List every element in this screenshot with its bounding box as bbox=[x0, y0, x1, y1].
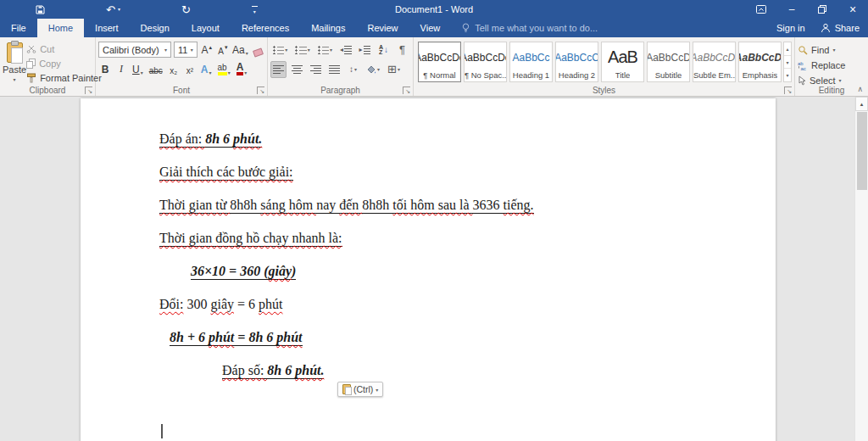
line-spacing-button[interactable]: ↕▾ bbox=[345, 61, 361, 78]
decrease-indent-button[interactable]: ◂ bbox=[337, 42, 353, 59]
customize-qat-button[interactable]: ▾ bbox=[252, 6, 258, 14]
shrink-font-button[interactable]: A▾ bbox=[216, 42, 230, 59]
tab-mailings[interactable]: Mailings bbox=[300, 19, 356, 37]
align-left-button[interactable] bbox=[270, 61, 287, 78]
font-family-value: Calibri (Body) bbox=[103, 45, 159, 55]
underline-dropdown-icon[interactable]: ▾ bbox=[141, 70, 143, 75]
multilevel-list-button[interactable]: ▾ bbox=[315, 42, 335, 59]
tab-layout[interactable]: Layout bbox=[181, 19, 231, 37]
styles-dialog-launcher[interactable]: ↘ bbox=[784, 87, 792, 94]
style-subtitle[interactable]: AaBbCcDSubtitle bbox=[647, 42, 690, 82]
tab-home[interactable]: Home bbox=[37, 19, 84, 37]
superscript-button[interactable]: x² bbox=[183, 61, 197, 78]
svg-text:ac: ac bbox=[801, 66, 806, 70]
undo-button[interactable]: ↶ ▾ bbox=[106, 4, 120, 15]
copy-button[interactable]: Copy bbox=[26, 58, 102, 70]
cut-button[interactable]: Cut bbox=[26, 43, 102, 55]
replace-button[interactable]: abac Replace bbox=[798, 59, 865, 71]
share-button[interactable]: Share bbox=[821, 23, 860, 33]
format-painter-button[interactable]: Format Painter bbox=[26, 72, 102, 84]
grow-font-arrow-icon: ▴ bbox=[209, 44, 213, 51]
redo-button[interactable]: ↻ bbox=[181, 4, 191, 15]
numbering-dropdown-icon[interactable]: ▾ bbox=[308, 47, 310, 53]
bullets-button[interactable]: ▾ bbox=[270, 42, 290, 59]
paste-options-button[interactable]: (Ctrl) ▾ bbox=[337, 382, 383, 397]
styles-group-label: Styles bbox=[414, 86, 794, 95]
style-title[interactable]: AaBTitle bbox=[601, 42, 644, 82]
tab-view[interactable]: View bbox=[409, 19, 452, 37]
tab-design[interactable]: Design bbox=[130, 19, 181, 37]
font-row-1: Calibri (Body) ▾ 11 ▾ A▴ A▾ Aa▾ bbox=[98, 40, 264, 59]
document-page[interactable]: Đáp án: 8h 6 phút.Giải thích các bước gi… bbox=[81, 98, 776, 441]
style-heading-2[interactable]: AaBbCcCHeading 2 bbox=[555, 42, 598, 82]
sort-z-glyph: Z bbox=[379, 50, 383, 55]
clear-formatting-button[interactable] bbox=[251, 42, 264, 59]
undo-dropdown-icon[interactable]: ▾ bbox=[118, 7, 120, 12]
scrollbar-up-button[interactable]: ▴ bbox=[855, 97, 868, 111]
text-highlight-dropdown-icon[interactable]: ▾ bbox=[228, 70, 231, 75]
tab-row-spacer bbox=[608, 19, 776, 37]
tab-review[interactable]: Review bbox=[357, 19, 409, 37]
clipboard-dialog-launcher[interactable]: ↘ bbox=[85, 87, 92, 94]
scrollbar-thumb[interactable] bbox=[857, 112, 867, 190]
text-highlight-button[interactable]: ab▾ bbox=[216, 61, 232, 78]
underline-button[interactable]: U▾ bbox=[131, 61, 145, 78]
strikethrough-button[interactable]: abc bbox=[147, 61, 164, 78]
subscript-button[interactable]: x₂ bbox=[167, 61, 181, 78]
multilevel-dropdown-icon[interactable]: ▾ bbox=[330, 47, 332, 53]
shading-dropdown-icon[interactable]: ▾ bbox=[377, 66, 380, 72]
increase-indent-button[interactable]: ▸ bbox=[357, 42, 373, 59]
font-color-dropdown-icon[interactable]: ▾ bbox=[244, 70, 247, 75]
text-segment: giây bbox=[210, 297, 234, 311]
collapse-ribbon-button[interactable]: ∧ bbox=[857, 85, 863, 93]
vertical-scrollbar[interactable]: ▴ bbox=[854, 97, 868, 441]
font-color-button[interactable]: A▾ bbox=[235, 61, 249, 78]
style-subtle-em-[interactable]: AaBbCcDtSubtle Em... bbox=[693, 42, 736, 82]
paste-dropdown-icon[interactable]: ▾ bbox=[14, 76, 16, 82]
tell-me-box[interactable]: Tell me what you want to do... bbox=[451, 19, 608, 37]
bullets-dropdown-icon[interactable]: ▾ bbox=[285, 47, 287, 53]
style--no-spac-[interactable]: AaBbCcDc¶ No Spac... bbox=[464, 42, 507, 82]
text-effects-button[interactable]: A▾ bbox=[199, 61, 214, 78]
font-family-combobox[interactable]: Calibri (Body) ▾ bbox=[98, 42, 171, 58]
tab-references[interactable]: References bbox=[231, 19, 300, 37]
style-emphasis[interactable]: AaBbCcDtEmphasis bbox=[738, 42, 782, 82]
sign-in-button[interactable]: Sign in bbox=[776, 23, 805, 33]
tab-file[interactable]: File bbox=[0, 19, 37, 37]
close-button[interactable]: × bbox=[837, 0, 868, 19]
align-right-button[interactable] bbox=[308, 61, 324, 78]
paragraph-dialog-launcher[interactable]: ↘ bbox=[403, 87, 410, 94]
grow-font-button[interactable]: A▴ bbox=[200, 42, 214, 59]
sort-button[interactable]: AZ ↓ bbox=[376, 42, 392, 59]
save-button[interactable] bbox=[36, 5, 45, 14]
restore-button[interactable] bbox=[807, 0, 837, 19]
tab-insert[interactable]: Insert bbox=[84, 19, 130, 37]
borders-dropdown-icon[interactable]: ▾ bbox=[398, 66, 400, 72]
styles-scroll-down-button[interactable]: ▾ bbox=[784, 56, 791, 70]
justify-button[interactable] bbox=[326, 61, 342, 78]
ribbon-display-options-button[interactable] bbox=[746, 0, 776, 19]
select-button[interactable]: Select ▾ bbox=[798, 74, 865, 87]
select-dropdown-icon[interactable]: ▾ bbox=[839, 77, 842, 83]
font-size-combobox[interactable]: 11 ▾ bbox=[174, 42, 198, 58]
italic-button[interactable]: I bbox=[114, 61, 128, 78]
style-sample: AaB bbox=[608, 44, 637, 70]
align-center-button[interactable] bbox=[289, 61, 305, 78]
shading-button[interactable]: ▾ bbox=[364, 61, 382, 78]
find-button[interactable]: Find ▾ bbox=[798, 43, 865, 56]
show-hide-marks-button[interactable]: ¶ bbox=[394, 42, 410, 59]
bold-button[interactable]: B bbox=[98, 61, 112, 78]
find-dropdown-icon[interactable]: ▾ bbox=[832, 47, 835, 53]
borders-button[interactable]: ⊞▾ bbox=[385, 61, 403, 78]
style--normal[interactable]: AaBbCcDc¶ Normal bbox=[418, 42, 461, 82]
ribbon-display-options-icon bbox=[756, 4, 766, 14]
styles-gallery-more-button[interactable]: ▾ bbox=[784, 69, 791, 81]
font-dialog-launcher[interactable]: ↘ bbox=[257, 87, 264, 94]
undo-icon: ↶ bbox=[106, 4, 115, 15]
paste-button[interactable]: Paste ▾ bbox=[3, 40, 26, 84]
styles-scroll-up-button[interactable]: ▴ bbox=[784, 42, 791, 56]
numbering-button[interactable]: ▾ bbox=[292, 42, 312, 59]
change-case-button[interactable]: Aa▾ bbox=[232, 42, 248, 59]
minimize-button[interactable]: – bbox=[776, 0, 807, 19]
style-heading-1[interactable]: AaBbCcHeading 1 bbox=[509, 42, 553, 82]
